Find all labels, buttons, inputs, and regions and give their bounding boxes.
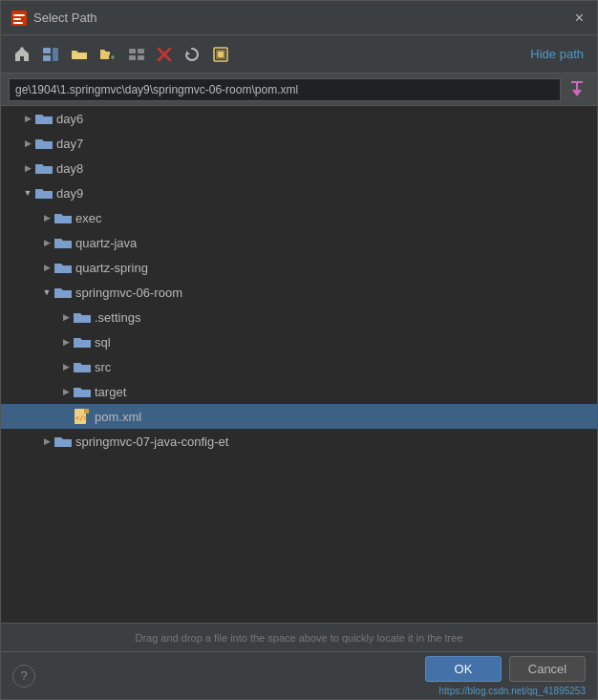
folder-icon-sql	[74, 335, 91, 349]
tree-item-day7[interactable]: ▶ day7	[1, 131, 597, 156]
tree-label-settings: .settings	[95, 310, 140, 325]
tree-item-sql[interactable]: ▶ sql	[1, 329, 597, 354]
file-icon-pom-xml: </>	[74, 409, 91, 424]
tree-label-src: src	[95, 360, 111, 374]
drag-drop-hint: Drag and drop a file into the space abov…	[1, 623, 597, 651]
path-bar	[1, 74, 597, 106]
tree-label-pom-xml: pom.xml	[95, 410, 141, 424]
help-button[interactable]: ?	[12, 665, 35, 688]
folder-tree-icon	[42, 46, 59, 63]
jump-icon	[568, 80, 586, 99]
home-button[interactable]	[9, 42, 35, 67]
svg-rect-2	[13, 18, 21, 20]
path-jump-button[interactable]	[565, 80, 589, 99]
tree-arrow-day9: ▼	[20, 185, 35, 201]
svg-rect-7	[53, 48, 58, 61]
url-text: https://blog.csdn.net/qq_41895253	[439, 686, 586, 696]
tree-arrow-target: ▶	[58, 384, 74, 399]
tree-item-quartz-java[interactable]: ▶ quartz-java	[1, 230, 597, 255]
refresh-button[interactable]	[179, 42, 205, 67]
refresh-icon	[183, 46, 201, 63]
bottom-bar: ? OK Cancel https://blog.csdn.net/qq_418…	[1, 651, 597, 699]
settings-icon	[212, 46, 229, 63]
delete-button[interactable]	[152, 42, 177, 67]
tree-arrow-quartz-spring: ▶	[39, 260, 54, 275]
tree-item-springmvc-06-room[interactable]: ▼ springmvc-06-room	[1, 280, 597, 305]
tree-arrow-day7: ▶	[20, 136, 35, 151]
hide-path-button[interactable]: Hide path	[524, 43, 589, 65]
svg-marker-17	[186, 51, 190, 54]
tree-item-settings[interactable]: ▶ .settings	[1, 305, 597, 329]
folder-tree-button[interactable]	[37, 42, 64, 67]
file-tree[interactable]: ▶ day6 ▶ day7 ▶	[1, 106, 597, 623]
settings-button[interactable]	[207, 42, 234, 67]
svg-rect-20	[218, 52, 224, 57]
tree-label-springmvc-06-room: springmvc-06-room	[75, 286, 182, 300]
folder-icon-day6	[35, 112, 53, 125]
svg-rect-13	[129, 55, 136, 60]
folder-icon-day9	[35, 186, 53, 200]
svg-rect-3	[13, 22, 23, 24]
tree-arrow-exec: ▶	[39, 210, 54, 225]
tree-arrow-quartz-java: ▶	[39, 235, 54, 250]
svg-rect-6	[43, 55, 51, 61]
svg-rect-4	[21, 47, 24, 50]
svg-rect-11	[129, 49, 136, 53]
tree-item-day6[interactable]: ▶ day6	[1, 106, 597, 131]
cancel-button[interactable]: Cancel	[509, 656, 586, 682]
svg-rect-12	[138, 49, 144, 53]
svg-rect-14	[138, 55, 144, 60]
tree-item-springmvc-07[interactable]: ▶ springmvc-07-java-config-et	[1, 429, 597, 454]
folder-icon-day8	[35, 161, 53, 175]
collapse-button[interactable]	[123, 42, 150, 67]
tree-label-day9: day9	[56, 186, 83, 201]
tree-label-quartz-java: quartz-java	[75, 236, 137, 250]
tree-arrow-settings: ▶	[58, 309, 74, 325]
tree-arrow-day8: ▶	[20, 160, 35, 176]
folder-icon-src	[74, 360, 91, 373]
home-icon	[13, 46, 31, 63]
tree-item-quartz-spring[interactable]: ▶ quartz-spring	[1, 255, 597, 280]
tree-label-springmvc-07: springmvc-07-java-config-et	[75, 435, 228, 449]
tree-arrow-sql: ▶	[58, 334, 74, 350]
ok-button[interactable]: OK	[425, 656, 502, 682]
open-folder-icon	[71, 47, 88, 62]
tree-arrow-day6: ▶	[20, 111, 35, 126]
title-left: Select Path	[11, 10, 97, 27]
folder-icon-day7	[35, 137, 53, 150]
tree-item-target[interactable]: ▶ target	[1, 379, 597, 404]
open-folder-button[interactable]	[66, 42, 93, 67]
tree-item-day9[interactable]: ▼ day9	[1, 180, 597, 205]
tree-label-quartz-spring: quartz-spring	[75, 261, 148, 275]
svg-rect-1	[13, 14, 25, 16]
delete-icon	[157, 47, 172, 62]
folder-icon-quartz-java	[54, 236, 72, 249]
svg-rect-10	[113, 55, 114, 59]
svg-rect-26	[84, 409, 89, 414]
title-bar: Select Path ×	[1, 1, 597, 35]
tree-arrow-src: ▶	[58, 359, 74, 374]
tree-item-day8[interactable]: ▶ day8	[1, 156, 597, 180]
folder-icon-springmvc-07	[54, 435, 72, 448]
app-icon	[11, 10, 28, 27]
folder-icon-settings	[74, 310, 91, 324]
svg-rect-5	[43, 48, 51, 53]
action-buttons: OK Cancel	[425, 656, 586, 682]
select-path-dialog: Select Path ×	[0, 0, 598, 700]
tree-item-exec[interactable]: ▶ exec	[1, 205, 597, 230]
close-button[interactable]: ×	[571, 9, 587, 28]
new-folder-icon	[99, 47, 117, 62]
tree-label-day8: day8	[56, 161, 83, 176]
folder-icon-exec	[54, 211, 72, 224]
tree-label-target: target	[95, 385, 126, 399]
new-folder-button[interactable]	[95, 42, 121, 67]
tree-item-src[interactable]: ▶ src	[1, 354, 597, 379]
toolbar: Hide path	[1, 35, 597, 74]
folder-icon-quartz-spring	[54, 261, 72, 274]
folder-icon-springmvc-06-room	[54, 286, 72, 299]
tree-label-exec: exec	[75, 211, 101, 225]
dialog-title: Select Path	[33, 11, 97, 25]
tree-item-pom-xml[interactable]: ▶ </> pom.xml	[1, 404, 597, 429]
path-input[interactable]	[9, 78, 561, 101]
tree-label-day6: day6	[56, 112, 83, 126]
